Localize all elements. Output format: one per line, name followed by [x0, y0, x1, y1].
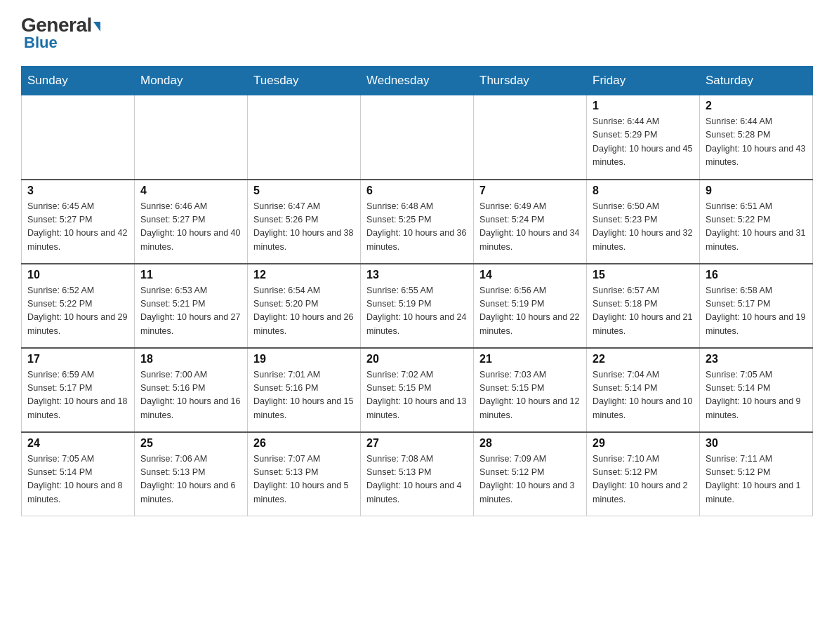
day-number: 28 [479, 437, 581, 450]
logo-triangle-icon [93, 22, 100, 32]
calendar-cell: 29Sunrise: 7:10 AMSunset: 5:12 PMDayligh… [587, 432, 700, 516]
calendar-week-row: 10Sunrise: 6:52 AMSunset: 5:22 PMDayligh… [22, 264, 813, 348]
day-info: Sunrise: 6:50 AMSunset: 5:23 PMDaylight:… [593, 200, 694, 255]
logo-general-text: General [21, 14, 92, 36]
day-number: 18 [140, 353, 241, 365]
calendar-cell [361, 95, 474, 180]
day-info: Sunrise: 7:05 AMSunset: 5:14 PMDaylight:… [706, 368, 807, 423]
day-number: 14 [479, 269, 581, 281]
calendar-cell: 10Sunrise: 6:52 AMSunset: 5:22 PMDayligh… [22, 264, 135, 348]
day-info: Sunrise: 7:03 AMSunset: 5:15 PMDaylight:… [479, 368, 581, 423]
calendar-cell [22, 95, 135, 180]
calendar-week-row: 3Sunrise: 6:45 AMSunset: 5:27 PMDaylight… [22, 180, 813, 264]
calendar-cell: 19Sunrise: 7:01 AMSunset: 5:16 PMDayligh… [248, 348, 361, 432]
day-number: 10 [27, 269, 128, 281]
logo-blue-text: Blue [21, 34, 58, 52]
day-info: Sunrise: 7:06 AMSunset: 5:13 PMDaylight:… [140, 452, 241, 507]
calendar-cell: 14Sunrise: 6:56 AMSunset: 5:19 PMDayligh… [474, 264, 587, 348]
calendar-cell: 20Sunrise: 7:02 AMSunset: 5:15 PMDayligh… [361, 348, 474, 432]
column-header-friday: Friday [587, 67, 700, 95]
day-number: 17 [27, 353, 128, 365]
calendar-cell [248, 95, 361, 180]
calendar-cell: 17Sunrise: 6:59 AMSunset: 5:17 PMDayligh… [22, 348, 135, 432]
day-info: Sunrise: 6:51 AMSunset: 5:22 PMDaylight:… [706, 200, 807, 255]
calendar-cell: 6Sunrise: 6:48 AMSunset: 5:25 PMDaylight… [361, 180, 474, 264]
page-header: General Blue [21, 14, 813, 52]
day-number: 24 [27, 437, 128, 450]
day-info: Sunrise: 6:48 AMSunset: 5:25 PMDaylight:… [366, 200, 468, 255]
calendar-cell: 28Sunrise: 7:09 AMSunset: 5:12 PMDayligh… [474, 432, 587, 516]
calendar-cell: 24Sunrise: 7:05 AMSunset: 5:14 PMDayligh… [22, 432, 135, 516]
calendar-cell: 7Sunrise: 6:49 AMSunset: 5:24 PMDaylight… [474, 180, 587, 264]
calendar-table: SundayMondayTuesdayWednesdayThursdayFrid… [21, 66, 813, 516]
calendar-cell: 16Sunrise: 6:58 AMSunset: 5:17 PMDayligh… [700, 264, 813, 348]
day-info: Sunrise: 6:49 AMSunset: 5:24 PMDaylight:… [479, 200, 581, 255]
day-number: 13 [366, 269, 468, 281]
calendar-cell: 27Sunrise: 7:08 AMSunset: 5:13 PMDayligh… [361, 432, 474, 516]
calendar-cell: 15Sunrise: 6:57 AMSunset: 5:18 PMDayligh… [587, 264, 700, 348]
calendar-cell: 21Sunrise: 7:03 AMSunset: 5:15 PMDayligh… [474, 348, 587, 432]
day-info: Sunrise: 6:47 AMSunset: 5:26 PMDaylight:… [253, 200, 355, 255]
day-number: 1 [593, 100, 694, 112]
calendar-cell: 12Sunrise: 6:54 AMSunset: 5:20 PMDayligh… [248, 264, 361, 348]
calendar-cell: 25Sunrise: 7:06 AMSunset: 5:13 PMDayligh… [135, 432, 248, 516]
column-header-monday: Monday [135, 67, 248, 95]
day-info: Sunrise: 6:59 AMSunset: 5:17 PMDaylight:… [27, 368, 128, 423]
calendar-cell [474, 95, 587, 180]
calendar-cell: 4Sunrise: 6:46 AMSunset: 5:27 PMDaylight… [135, 180, 248, 264]
column-header-tuesday: Tuesday [248, 67, 361, 95]
day-info: Sunrise: 6:54 AMSunset: 5:20 PMDaylight:… [253, 284, 355, 339]
day-number: 23 [706, 353, 807, 365]
column-header-wednesday: Wednesday [361, 67, 474, 95]
column-header-saturday: Saturday [700, 67, 813, 95]
day-info: Sunrise: 6:53 AMSunset: 5:21 PMDaylight:… [140, 284, 241, 339]
calendar-header-row: SundayMondayTuesdayWednesdayThursdayFrid… [22, 67, 813, 95]
day-number: 19 [253, 353, 355, 365]
day-info: Sunrise: 6:52 AMSunset: 5:22 PMDaylight:… [27, 284, 128, 339]
calendar-cell: 23Sunrise: 7:05 AMSunset: 5:14 PMDayligh… [700, 348, 813, 432]
calendar-cell [135, 95, 248, 180]
day-number: 15 [593, 269, 694, 281]
day-number: 3 [27, 185, 128, 197]
day-info: Sunrise: 6:45 AMSunset: 5:27 PMDaylight:… [27, 200, 128, 255]
day-info: Sunrise: 7:04 AMSunset: 5:14 PMDaylight:… [593, 368, 694, 423]
calendar-cell: 3Sunrise: 6:45 AMSunset: 5:27 PMDaylight… [22, 180, 135, 264]
day-info: Sunrise: 7:09 AMSunset: 5:12 PMDaylight:… [479, 452, 581, 507]
day-number: 5 [253, 185, 355, 197]
calendar-cell: 1Sunrise: 6:44 AMSunset: 5:29 PMDaylight… [587, 95, 700, 180]
calendar-week-row: 24Sunrise: 7:05 AMSunset: 5:14 PMDayligh… [22, 432, 813, 516]
calendar-week-row: 1Sunrise: 6:44 AMSunset: 5:29 PMDaylight… [22, 95, 813, 180]
day-number: 26 [253, 437, 355, 450]
day-number: 4 [140, 185, 241, 197]
day-info: Sunrise: 7:10 AMSunset: 5:12 PMDaylight:… [593, 452, 694, 507]
day-number: 25 [140, 437, 241, 450]
day-number: 2 [706, 100, 807, 112]
day-info: Sunrise: 6:56 AMSunset: 5:19 PMDaylight:… [479, 284, 581, 339]
logo: General Blue [21, 14, 100, 52]
day-number: 16 [706, 269, 807, 281]
day-info: Sunrise: 6:58 AMSunset: 5:17 PMDaylight:… [706, 284, 807, 339]
day-number: 20 [366, 353, 468, 365]
day-info: Sunrise: 6:57 AMSunset: 5:18 PMDaylight:… [593, 284, 694, 339]
day-number: 30 [706, 437, 807, 450]
day-number: 11 [140, 269, 241, 281]
day-number: 7 [479, 185, 581, 197]
calendar-cell: 11Sunrise: 6:53 AMSunset: 5:21 PMDayligh… [135, 264, 248, 348]
calendar-cell: 26Sunrise: 7:07 AMSunset: 5:13 PMDayligh… [248, 432, 361, 516]
calendar-cell: 5Sunrise: 6:47 AMSunset: 5:26 PMDaylight… [248, 180, 361, 264]
day-info: Sunrise: 7:11 AMSunset: 5:12 PMDaylight:… [706, 452, 807, 507]
calendar-week-row: 17Sunrise: 6:59 AMSunset: 5:17 PMDayligh… [22, 348, 813, 432]
calendar-cell: 8Sunrise: 6:50 AMSunset: 5:23 PMDaylight… [587, 180, 700, 264]
column-header-thursday: Thursday [474, 67, 587, 95]
day-number: 6 [366, 185, 468, 197]
day-number: 21 [479, 353, 581, 365]
day-number: 22 [593, 353, 694, 365]
day-info: Sunrise: 7:02 AMSunset: 5:15 PMDaylight:… [366, 368, 468, 423]
day-number: 29 [593, 437, 694, 450]
calendar-cell: 22Sunrise: 7:04 AMSunset: 5:14 PMDayligh… [587, 348, 700, 432]
day-info: Sunrise: 7:05 AMSunset: 5:14 PMDaylight:… [27, 452, 128, 507]
day-number: 12 [253, 269, 355, 281]
day-info: Sunrise: 6:55 AMSunset: 5:19 PMDaylight:… [366, 284, 468, 339]
day-info: Sunrise: 7:08 AMSunset: 5:13 PMDaylight:… [366, 452, 468, 507]
day-info: Sunrise: 6:44 AMSunset: 5:29 PMDaylight:… [593, 115, 694, 170]
